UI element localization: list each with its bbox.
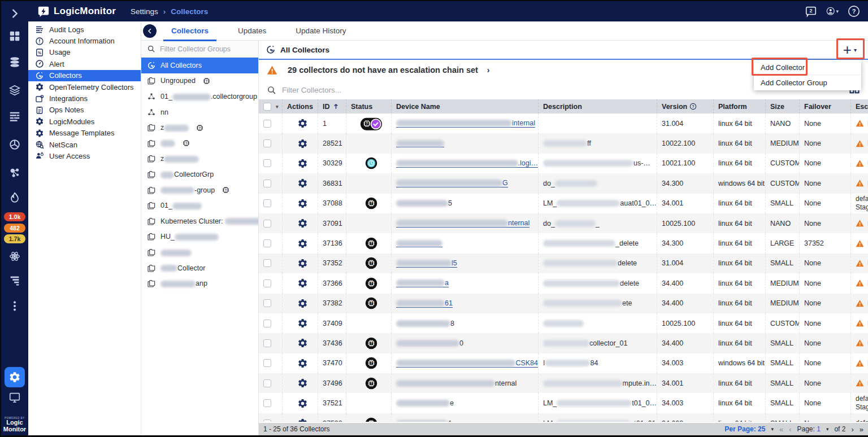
collector-group-item-z[interactable]: z	[141, 151, 258, 167]
row-checkbox[interactable]	[263, 339, 271, 347]
collector-group-item-collector[interactable]: Collector	[141, 260, 258, 276]
sidebar-item-account-information[interactable]: Account Information	[28, 35, 141, 46]
breadcrumb-settings[interactable]: Settings	[131, 7, 158, 16]
device-name-link[interactable]: l5	[396, 259, 457, 268]
collapse-panel-button[interactable]	[143, 24, 157, 38]
row-checkbox[interactable]	[263, 120, 271, 128]
column-header-device-name[interactable]: Device Name	[391, 99, 538, 113]
last-page-icon[interactable]: »	[860, 425, 863, 434]
device-name-link[interactable]: .logi…	[396, 159, 538, 168]
collector-group-item-01-collectorgroup[interactable]: 01_.collectorgroup?	[141, 89, 258, 104]
row-checkbox[interactable]	[263, 259, 271, 267]
column-header-id[interactable]: ID	[318, 99, 346, 113]
column-header-status[interactable]: Status	[346, 99, 391, 113]
sidebar-item-integrations[interactable]: Integrations	[28, 93, 141, 104]
row-checkbox[interactable]	[263, 419, 271, 422]
tab-collectors[interactable]: Collectors	[157, 21, 223, 41]
alert-badge-critical[interactable]: 1.0k	[4, 212, 25, 221]
collector-group-item-z[interactable]: z?	[141, 120, 258, 136]
alerts-flame-icon[interactable]	[8, 191, 21, 204]
settings-icon[interactable]	[5, 367, 25, 387]
user-avatar-icon[interactable]: ▾	[826, 5, 839, 18]
tab-updates[interactable]: Updates	[223, 21, 281, 41]
first-page-icon[interactable]: «	[779, 425, 783, 434]
row-actions-gear-icon[interactable]	[297, 158, 308, 169]
device-name-link[interactable]: CSK84	[396, 359, 538, 368]
add-button[interactable]: +▾	[839, 42, 861, 58]
menu-item-add-collector[interactable]: Add Collector	[754, 60, 861, 75]
row-actions-gear-icon[interactable]	[297, 258, 308, 269]
device-name-link[interactable]: 61	[396, 299, 453, 308]
row-checkbox[interactable]	[263, 299, 271, 307]
collector-group-item-anp[interactable]: anp	[141, 276, 258, 291]
messages-icon[interactable]: 2	[805, 5, 817, 18]
select-all-checkbox[interactable]	[263, 103, 271, 111]
exchange-atom-icon[interactable]	[8, 250, 21, 263]
warning-expand-icon[interactable]: ›	[487, 65, 490, 75]
per-page-value[interactable]: 25	[758, 425, 765, 433]
sidebar-item-user-access[interactable]: User Access	[28, 150, 141, 161]
row-checkbox[interactable]	[263, 239, 271, 247]
row-checkbox[interactable]	[263, 320, 271, 327]
sidebar-item-logicmodules[interactable]: LogicModules	[28, 116, 141, 127]
column-header-description[interactable]: Description	[538, 99, 657, 113]
row-actions-gear-icon[interactable]	[297, 138, 308, 149]
more-options-icon[interactable]	[8, 299, 21, 313]
column-header-select[interactable]: ▾	[259, 99, 282, 113]
device-name-link[interactable]: G	[396, 179, 508, 187]
per-page-caret-icon[interactable]: ▾	[771, 426, 774, 432]
row-checkbox[interactable]	[263, 379, 271, 387]
row-actions-gear-icon[interactable]	[297, 178, 308, 189]
expand-rail-icon[interactable]	[8, 7, 21, 20]
row-actions-gear-icon[interactable]	[297, 318, 308, 329]
collector-group-item-nn[interactable]: nn	[141, 104, 258, 120]
row-checkbox[interactable]	[263, 359, 271, 367]
row-actions-gear-icon[interactable]	[297, 238, 308, 249]
collector-filter-input[interactable]	[282, 86, 621, 94]
column-header-size[interactable]: Size	[765, 99, 799, 113]
sidebar-item-opentelemetry-collectors[interactable]: OpenTelemetry Collectors	[28, 81, 141, 93]
row-checkbox[interactable]	[263, 279, 271, 287]
row-checkbox[interactable]	[263, 220, 271, 228]
column-header-platform[interactable]: Platform	[713, 99, 765, 113]
row-actions-gear-icon[interactable]	[297, 358, 308, 369]
column-header-actions[interactable]: Actions	[282, 99, 318, 113]
remote-session-icon[interactable]	[8, 391, 21, 404]
tab-update-history[interactable]: Update History	[281, 21, 361, 41]
sidebar-item-ops-notes[interactable]: Ops Notes	[28, 104, 141, 116]
page-number[interactable]: 1	[817, 425, 821, 433]
menu-item-add-collector-group[interactable]: Add Collector Group	[754, 75, 861, 90]
reports-icon[interactable]	[8, 273, 21, 287]
row-actions-gear-icon[interactable]	[297, 398, 308, 409]
dashboards-icon[interactable]	[8, 29, 21, 43]
collector-group-item-collectorgrp[interactable]: CollectorGrp	[141, 167, 258, 182]
collector-group-item-hu[interactable]: HU_	[141, 229, 258, 245]
help-icon[interactable]: ?	[848, 5, 860, 18]
column-header-version[interactable]: Version?	[657, 99, 713, 113]
row-checkbox[interactable]	[263, 199, 271, 207]
row-actions-gear-icon[interactable]	[297, 118, 308, 129]
sidebar-item-netscan[interactable]: NetScan	[28, 139, 141, 150]
collector-group-item-ungrouped[interactable]: Ungrouped?	[141, 73, 258, 89]
device-name-link[interactable]	[396, 240, 442, 247]
column-header-escalation-chain[interactable]: Escalation Chain	[850, 99, 868, 113]
collector-group-item[interactable]: ?	[141, 136, 258, 151]
collector-group-item-all-collectors[interactable]: All Collectors	[141, 58, 258, 73]
collector-group-item-group[interactable]: -group?	[141, 182, 258, 198]
row-actions-gear-icon[interactable]	[297, 278, 308, 289]
row-actions-gear-icon[interactable]	[297, 198, 308, 209]
device-name-link[interactable]	[396, 140, 444, 147]
row-actions-gear-icon[interactable]	[297, 218, 308, 229]
row-actions-gear-icon[interactable]	[297, 298, 308, 309]
device-name-link[interactable]: internal	[396, 119, 535, 128]
prev-page-icon[interactable]: ‹	[789, 425, 791, 434]
modules-icon[interactable]	[8, 84, 21, 97]
row-actions-gear-icon[interactable]	[297, 338, 308, 348]
row-actions-gear-icon[interactable]	[297, 378, 308, 388]
collector-group-item-01[interactable]: 01_	[141, 198, 258, 213]
select-menu-caret-icon[interactable]: ▾	[276, 104, 279, 110]
row-checkbox[interactable]	[263, 399, 271, 407]
row-checkbox[interactable]	[263, 159, 271, 167]
row-actions-gear-icon[interactable]	[297, 418, 308, 422]
logs-icon[interactable]	[8, 110, 21, 123]
